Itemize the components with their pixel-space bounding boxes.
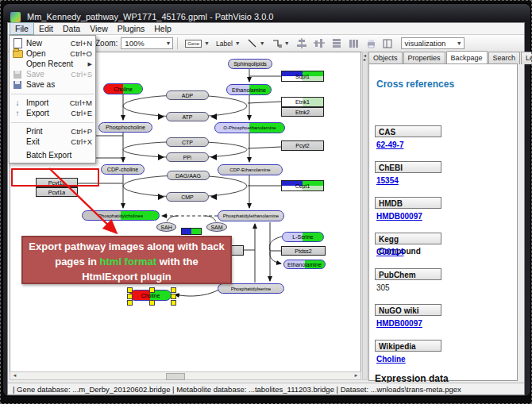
menu-edit[interactable]: Edit [34,23,58,34]
pathway-node-sgpl1[interactable]: Sgpl1 [281,71,324,82]
pathway-node-pcyt1a[interactable]: Pcyt1a [36,187,78,197]
file-menu-item-export[interactable]: ↑ExportCtrl+E [10,108,95,118]
tab-legend[interactable]: Legend [521,52,532,64]
scroll-right-icon[interactable]: ► [353,373,360,379]
selection-handle[interactable] [171,287,176,293]
pathway-node-cmp[interactable]: CMP [166,192,209,202]
selection-handle[interactable] [127,294,133,299]
menu-plugins[interactable]: Plugins [113,23,149,34]
align-middle-button[interactable] [314,38,325,48]
ref-link-nugo-wiki[interactable]: HMDB00097 [376,319,422,328]
selection-handle[interactable] [127,300,133,306]
menu-separator [10,90,95,98]
pathway-node-o-phosphoethanolamine[interactable]: O-Phosphoethanolamine [214,122,285,133]
pathway-node-atp[interactable]: ATP [166,112,209,121]
pathway-node-l-serine[interactable]: L-Serine [282,232,324,242]
line-icon [247,38,257,48]
ref-header-kegg-compound: Kegg Compound [375,233,441,244]
sidebar-splitter[interactable]: ◄► [362,52,368,380]
window-title: Mm_Kennedy_pathway_WP1771_45176.gpml - P… [27,12,273,21]
pathway-node-ethanolamine-top[interactable]: Ethanolamine [226,84,272,95]
ref-link-kegg-compound[interactable]: C00114 [376,248,403,256]
pathway-node-etnk2[interactable]: Etnk2 [281,107,324,117]
selection-handle[interactable] [149,300,155,306]
menu-help[interactable]: Help [149,23,176,34]
pathway-node-sphingolipids[interactable]: Sphingolipids [228,59,272,69]
pathway-node-ctp[interactable]: CTP [166,137,209,147]
print-button[interactable] [366,39,376,48]
pathvisio-window: Mm_Kennedy_pathway_WP1771_45176.gpml - P… [2,3,531,397]
pathway-node-sam[interactable]: SAM [206,222,227,232]
selection-handle[interactable] [171,300,176,306]
file-menu-item-exit[interactable]: ExitCtrl+X [10,137,95,147]
pathway-node-adp[interactable]: ADP [166,90,209,100]
file-menu-item-open-recent[interactable]: Open Recent▶ [10,59,95,69]
stack-vertical-button[interactable] [331,38,342,48]
pathway-node-cdp-choline[interactable]: CDP-choline [101,164,145,175]
import-icon: ↓ [16,99,20,107]
file-menu-item-new[interactable]: NewCtrl+N [10,38,95,48]
splitter-collapse-icon[interactable]: ◄► [363,54,367,62]
file-menu-item-batch-export[interactable]: Batch Export [10,149,95,160]
save-icon [13,71,21,79]
ref-header-wikipedia: Wikipedia [375,340,441,352]
visualization-combo[interactable]: visualization▼ [401,37,465,49]
zoom-combo[interactable]: 100%▼ [121,37,173,49]
canvas-horizontal-scrollbar[interactable]: ◄ ► [10,371,361,380]
selection-handle[interactable] [149,287,155,293]
ref-link-wikipedia[interactable]: Choline [376,355,406,364]
zoom-label: Zoom: [95,39,118,48]
tab-properties[interactable]: Properties [403,52,445,64]
side-panel-button[interactable] [383,39,393,48]
pathway-node-choline-selected[interactable]: Choline [129,290,172,301]
pathway-node-phosphocholine[interactable]: Phosphocholine [98,122,152,133]
pathway-node-phosphatidylcholines[interactable]: Phosphatidylcholines [82,210,160,221]
pathway-node-phosphatidylethanolamine[interactable]: Phosphatidylethanolamine [218,210,284,221]
ref-header-cas: CAS [375,125,441,137]
pathway-node-choline-top[interactable]: Choline [103,83,143,94]
menu-view[interactable]: View [85,23,113,34]
pathway-node-cdp-ethanolamine[interactable]: CDP-Ethanolamine [218,164,283,175]
export-icon: ↑ [16,110,20,117]
pathway-node-dag-aag[interactable]: DAG/AAG [167,171,210,180]
line-tool[interactable]: ▼ [247,38,265,48]
pathway-node-pcyt2[interactable]: Pcyt2 [281,140,324,151]
menu-data[interactable]: Data [58,23,85,34]
menu-separator [10,118,95,126]
pathvisio-app-icon [10,11,21,23]
pathway-node-cept1[interactable]: Cept1 [281,180,324,191]
selection-handle[interactable] [127,287,133,293]
label-tool[interactable]: Label ▼ [216,40,241,48]
cross-references-heading: Cross references [376,79,454,90]
file-menu-item-open[interactable]: OpenCtrl+O [10,48,95,59]
ref-link-hmdb[interactable]: HMDB00097 [376,212,422,221]
scrollbar-thumb[interactable] [166,373,185,380]
selection-handle[interactable] [171,294,176,299]
save-as-icon [13,81,21,89]
ref-link-cas[interactable]: 62-49-7 [376,140,403,149]
file-menu-item-print[interactable]: PrintCtrl+P [10,126,95,137]
pathway-node-hidden-gene-fragment[interactable] [231,245,244,256]
pathway-node-sah[interactable]: SAH [156,222,176,232]
pathway-node-pemt-fragment[interactable] [181,228,202,235]
scroll-left-icon[interactable]: ◄ [11,373,18,379]
menu-file[interactable]: File [10,22,34,35]
align-center-button[interactable] [296,38,307,48]
file-menu-item-save-as[interactable]: Save as [10,79,95,90]
pathway-node-etnk1[interactable]: Etnk1 [281,97,324,107]
connector-tool[interactable]: ▼ [272,38,290,48]
tab-search[interactable]: Search [488,52,521,64]
file-menu-item-import[interactable]: ↓ImportCtrl+M [10,98,95,108]
pathway-node-ppi[interactable]: PPi [166,152,209,162]
chevron-down-icon: ▼ [235,40,241,46]
gene-tool[interactable]: Gene ▼ [185,40,210,48]
tab-objects[interactable]: Objects [368,52,403,64]
pathway-node-ptdss2[interactable]: Ptdss2 [281,246,326,256]
tab-backpage[interactable]: Backpage [446,51,488,63]
ref-link-chebi[interactable]: 15354 [376,176,399,185]
columns-icon [349,38,360,48]
pathway-node-phosphatidylserine[interactable]: Phosphatidylserine [218,283,284,294]
file-menu-item-save[interactable]: SaveCtrl+S [10,69,95,79]
pathway-node-ethanolamine-bottom[interactable]: Ethanolamine [283,260,326,269]
stack-horizontal-button[interactable] [349,38,360,48]
